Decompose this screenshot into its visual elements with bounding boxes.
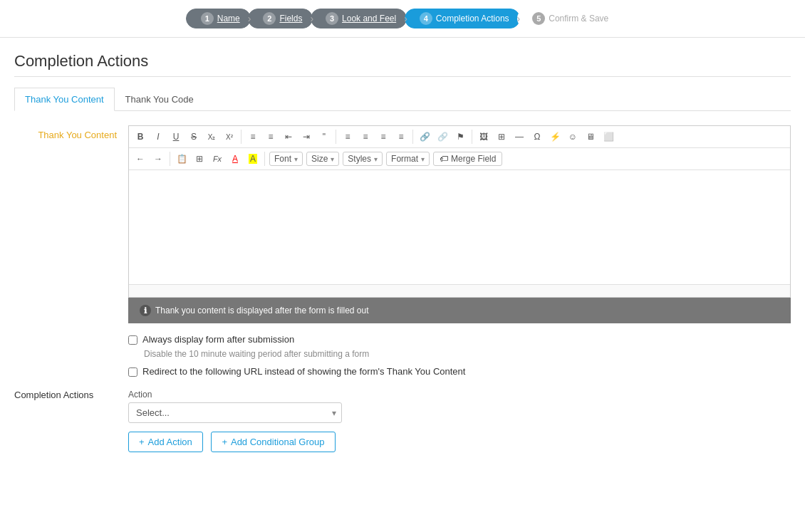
indent-button[interactable]: ⇥	[298, 128, 315, 145]
tab-thank-you-content[interactable]: Thank You Content	[14, 88, 115, 111]
step-label-completion: Completion Actions	[436, 14, 509, 24]
image-button[interactable]: 🖼	[475, 128, 492, 145]
add-conditional-group-button[interactable]: + Add Conditional Group	[211, 432, 335, 452]
step-label-look: Look and Feel	[342, 14, 396, 24]
toolbar-row-1: B I U S X₂ X² ≡ ≡ ⇤ ⇥ " ≡ ≡ ≡ ≡	[129, 126, 790, 148]
plus-icon-group: +	[222, 437, 227, 447]
info-bar: ℹ Thank you content is displayed after t…	[128, 298, 791, 323]
thank-you-content-row: Thank You Content B I U S X₂ X² ≡ ≡ ⇤ ⇥ …	[14, 125, 791, 323]
undo-button[interactable]: ←	[132, 150, 149, 167]
step-num-1: 1	[201, 12, 214, 25]
wizard-step-completion[interactable]: 4 Completion Actions	[405, 9, 520, 28]
action-select[interactable]: Select...	[128, 402, 342, 423]
align-right-button[interactable]: ≡	[375, 128, 392, 145]
editor-label: Thank You Content	[14, 125, 128, 323]
italic-button[interactable]: I	[150, 128, 167, 145]
add-group-label: Add Conditional Group	[231, 437, 325, 447]
hr-button[interactable]: —	[511, 128, 528, 145]
step-num-2: 2	[263, 12, 276, 25]
bg-color-button[interactable]: A	[244, 150, 261, 167]
page-divider	[14, 76, 791, 77]
sep-2	[336, 130, 336, 144]
full-button[interactable]: ⊞	[191, 150, 208, 167]
plus-icon-action: +	[139, 437, 145, 447]
action-field-label: Action	[128, 390, 791, 400]
subscript-button[interactable]: X₂	[203, 128, 220, 145]
underline-button[interactable]: U	[167, 128, 185, 145]
screen-button[interactable]: 🖥	[582, 128, 599, 145]
sep-6	[264, 152, 265, 166]
table-button[interactable]: ⊞	[493, 128, 510, 145]
special-char-button[interactable]: Ω	[529, 128, 546, 145]
editor-footer	[129, 284, 790, 297]
font-dropdown[interactable]: Font	[269, 152, 303, 166]
lightning-button[interactable]: ⚡	[546, 128, 564, 145]
sep-3	[412, 130, 413, 144]
justify-button[interactable]: ≡	[393, 128, 410, 145]
emoji-button[interactable]: ☺	[564, 128, 581, 145]
editor-body[interactable]	[129, 170, 790, 284]
arrow-2: ›	[310, 13, 313, 24]
format-dropdown[interactable]: Format	[386, 152, 430, 166]
redirect-url-label[interactable]: Redirect to the following URL instead of…	[142, 366, 465, 377]
ordered-list-button[interactable]: ≡	[244, 128, 261, 145]
checkbox-section: Always display form after submission Dis…	[128, 334, 791, 377]
step-num-4: 4	[420, 12, 432, 25]
wizard-step-look[interactable]: 3 Look and Feel	[311, 9, 407, 28]
paste-button[interactable]: 📋	[173, 150, 190, 167]
strikethrough-button[interactable]: S	[185, 128, 202, 145]
rich-text-editor[interactable]: B I U S X₂ X² ≡ ≡ ⇤ ⇥ " ≡ ≡ ≡ ≡	[128, 125, 791, 298]
wizard-step-confirm[interactable]: 5 Confirm & Save	[517, 9, 619, 28]
sep-1	[241, 130, 242, 144]
step-label-confirm: Confirm & Save	[549, 14, 608, 24]
merge-field-button[interactable]: 🏷 Merge Field	[433, 152, 502, 166]
sep-5	[170, 152, 170, 166]
redirect-url-checkbox[interactable]	[128, 367, 137, 377]
redo-button[interactable]: →	[150, 150, 167, 167]
checkbox-redirect-row: Redirect to the following URL instead of…	[128, 366, 791, 377]
action-select-wrapper: Select... ▾	[128, 402, 342, 423]
styles-dropdown[interactable]: Styles	[343, 152, 383, 166]
blockquote-button[interactable]: "	[316, 128, 333, 145]
always-display-label[interactable]: Always display form after submission	[142, 334, 294, 345]
size-dropdown[interactable]: Size	[306, 152, 339, 166]
toolbar-row-2: ← → 📋 ⊞ Fx A A Font Size S	[129, 148, 790, 170]
arrow-1: ›	[248, 13, 251, 24]
align-left-button[interactable]: ≡	[339, 128, 356, 145]
code-button[interactable]: ⬜	[600, 128, 617, 145]
always-display-sublabel: Disable the 10 minute waiting period aft…	[144, 349, 791, 359]
completion-actions-section: Completion Actions Action Select... ▾ + …	[14, 390, 791, 452]
page-title: Completion Actions	[14, 52, 791, 71]
tab-thank-you-code[interactable]: Thank You Code	[115, 88, 204, 111]
add-action-label: Add Action	[148, 437, 192, 447]
unlink-button[interactable]: 🔗	[434, 128, 451, 145]
always-display-checkbox[interactable]	[128, 335, 137, 345]
tabs-container: Thank You Content Thank You Code	[14, 88, 791, 111]
clear-format-button[interactable]: Fx	[209, 150, 226, 167]
wizard-navigation: 1 Name › 2 Fields › 3 Look and Feel › 4 …	[0, 0, 805, 38]
align-center-button[interactable]: ≡	[357, 128, 374, 145]
font-color-button[interactable]: A	[227, 150, 244, 167]
bold-button[interactable]: B	[132, 128, 149, 145]
tag-icon: 🏷	[440, 154, 448, 164]
superscript-button[interactable]: X²	[221, 128, 238, 145]
flag-button[interactable]: ⚑	[452, 128, 469, 145]
action-buttons: + Add Action + Add Conditional Group	[128, 432, 791, 452]
step-label-name: Name	[217, 14, 240, 24]
editor-area: B I U S X₂ X² ≡ ≡ ⇤ ⇥ " ≡ ≡ ≡ ≡	[128, 125, 791, 323]
unordered-list-button[interactable]: ≡	[262, 128, 279, 145]
wizard-step-name[interactable]: 1 Name	[186, 9, 251, 28]
completion-section-label: Completion Actions	[14, 390, 128, 452]
link-button[interactable]: 🔗	[416, 128, 433, 145]
step-num-3: 3	[326, 12, 338, 25]
add-action-button[interactable]: + Add Action	[128, 432, 203, 452]
step-num-5: 5	[532, 12, 545, 25]
wizard-step-fields[interactable]: 2 Fields	[248, 9, 313, 28]
checkbox-always-display-row: Always display form after submission	[128, 334, 791, 345]
step-label-fields: Fields	[279, 14, 302, 24]
completion-section-content: Action Select... ▾ + Add Action + Add Co…	[128, 390, 791, 452]
info-icon: ℹ	[140, 305, 151, 316]
outdent-button[interactable]: ⇤	[280, 128, 297, 145]
page-content: Completion Actions Thank You Content Tha…	[0, 38, 805, 481]
arrow-4: ›	[517, 13, 521, 24]
